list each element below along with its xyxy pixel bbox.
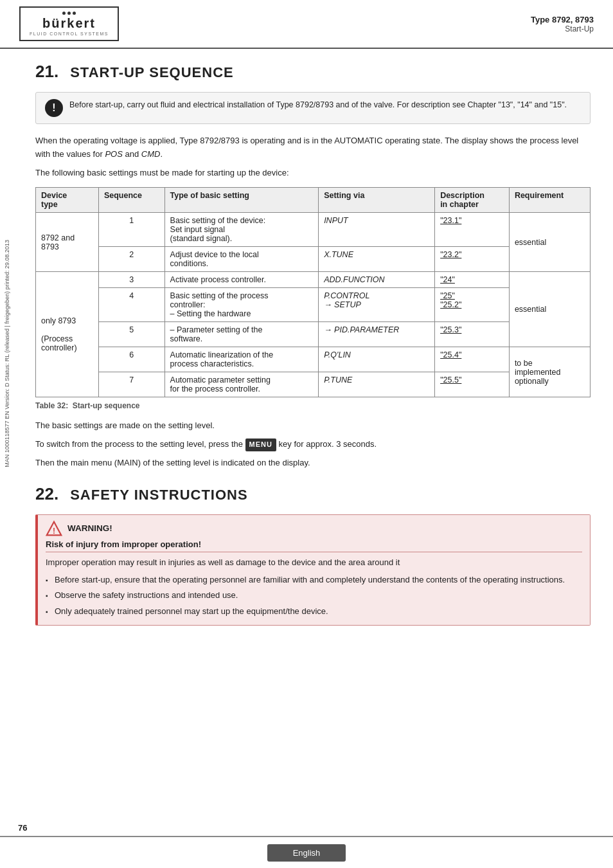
main-content: 21. START-UP SEQUENCE ! Before start-up,… [13, 49, 613, 644]
table-row: 4 Basic setting of the processcontroller… [36, 288, 591, 322]
cell-via-3: ADD.FUNCTION [319, 272, 435, 288]
cell-seq-4: 4 [98, 288, 164, 322]
table-row: 5 – Parameter setting of thesoftware. → … [36, 322, 591, 347]
cell-chapter-1: "23.1" [435, 213, 510, 247]
cell-type-7: Automatic parameter settingfor the proce… [164, 372, 319, 397]
warning-text: Before start-up, carry out fluid and ele… [69, 99, 567, 111]
section22-heading: 22. SAFETY INSTRUCTIONS [35, 484, 591, 504]
col-header-type: Type of basic setting [164, 188, 319, 213]
table-row: only 8793(Processcontroller) 3 Activate … [36, 272, 591, 288]
cell-chapter-6: "25.4" [435, 347, 510, 372]
menu-key: MENU [245, 439, 276, 451]
bullet-item: Observe the safety instructions and inte… [46, 589, 582, 602]
footer-bar: English [0, 836, 613, 868]
side-text: MAN 1000118577 EN Version: D Status: RL … [0, 129, 14, 579]
header-info: Type 8792, 8793 Start-Up [531, 15, 594, 33]
cell-chapter-3: "24" [435, 272, 510, 288]
warning-icon: ! [45, 99, 63, 117]
cell-req-6: to beimplementedoptionally [509, 347, 590, 397]
bullet-item: Only adequately trained personnel may st… [46, 605, 582, 619]
safety-bullets: Before start-up, ensure that the operati… [46, 574, 582, 619]
section21-para3: The basic settings are made on the setti… [35, 419, 591, 433]
cell-seq-6: 6 [98, 347, 164, 372]
safety-risk-label: Risk of injury from improper operation! [46, 539, 582, 552]
table-row: 7 Automatic parameter settingfor the pro… [36, 372, 591, 397]
cell-via-7: P.TUNE [319, 372, 435, 397]
cell-chapter-5: "25.3" [435, 322, 510, 347]
cell-via-6: P.Q'LIN [319, 347, 435, 372]
cell-type-6: Automatic linearization of theprocess ch… [164, 347, 319, 372]
cell-type-3: Activate process controller. [164, 272, 319, 288]
table-row: 6 Automatic linearization of theprocess … [36, 347, 591, 372]
cell-seq-1: 1 [98, 213, 164, 247]
section22-number: 22. [35, 484, 58, 504]
table-caption: Table 32: Start-up sequence [35, 401, 591, 410]
cell-chapter-2: "23.2" [435, 247, 510, 272]
cell-chapter-7: "25.5" [435, 372, 510, 397]
cell-via-4: P.CONTROL→ SETUP [319, 288, 435, 322]
startup-sequence-table: Devicetype Sequence Type of basic settin… [35, 187, 591, 397]
logo-sub: FLUID CONTROL SYSTEMS [30, 32, 109, 36]
bullet-item: Before start-up, ensure that the operati… [46, 574, 582, 587]
cell-type-2: Adjust device to the localconditions. [164, 247, 319, 272]
cell-via-1: INPUT [319, 213, 435, 247]
cell-type-5: – Parameter setting of thesoftware. [164, 322, 319, 347]
col-header-via: Setting via [319, 188, 435, 213]
section21-number: 21. [35, 62, 58, 82]
section21-title: START-UP SEQUENCE [70, 64, 234, 81]
cell-req-3: essential [509, 272, 590, 347]
page-header: bürkert FLUID CONTROL SYSTEMS Type 8792,… [0, 0, 613, 49]
section21-para2: The following basic settings must be mad… [35, 167, 591, 180]
cell-device-8793: only 8793(Processcontroller) [36, 272, 99, 397]
cell-device-8792: 8792 and8793 [36, 213, 99, 272]
cell-seq-5: 5 [98, 322, 164, 347]
cell-seq-3: 3 [98, 272, 164, 288]
safety-risk-text: Improper operation may result in injurie… [46, 556, 582, 570]
page-number: 76 [18, 823, 27, 833]
safety-warning-box: ! WARNING! Risk of injury from improper … [35, 514, 591, 626]
type-sub: Start-Up [531, 24, 594, 33]
svg-text:!: ! [53, 527, 55, 536]
warning-label: WARNING! [67, 523, 112, 533]
cell-via-5: → PID.PARAMETER [319, 322, 435, 347]
col-header-sequence: Sequence [98, 188, 164, 213]
caption-label: Table 32: [35, 401, 68, 410]
section21-para5: Then the main menu (MAIN) of the setting… [35, 457, 591, 470]
warning-triangle-icon: ! [46, 520, 62, 537]
cell-type-4: Basic setting of the processcontroller:–… [164, 288, 319, 322]
cell-chapter-4: "25""25.2" [435, 288, 510, 322]
cell-type-1: Basic setting of the device:Set input si… [164, 213, 319, 247]
warning-box: ! Before start-up, carry out fluid and e… [35, 92, 591, 124]
section21-heading: 21. START-UP SEQUENCE [35, 62, 591, 82]
cell-via-2: X.TUNE [319, 247, 435, 272]
section22-title: SAFETY INSTRUCTIONS [70, 487, 248, 503]
col-header-chapter: Descriptionin chapter [435, 188, 510, 213]
safety-warning-header: ! WARNING! [46, 520, 582, 537]
col-header-device: Devicetype [36, 188, 99, 213]
caption-text: Start-up sequence [73, 401, 140, 410]
col-header-req: Requirement [509, 188, 590, 213]
type-title: Type 8792, 8793 [531, 15, 594, 24]
company-logo: bürkert FLUID CONTROL SYSTEMS [19, 6, 119, 41]
table-row: 8792 and8793 1 Basic setting of the devi… [36, 213, 591, 247]
cell-seq-7: 7 [98, 372, 164, 397]
cell-seq-2: 2 [98, 247, 164, 272]
section21-para1: When the operating voltage is applied, T… [35, 134, 591, 161]
footer-language: English [267, 844, 346, 862]
logo-brand: bürkert [30, 16, 109, 31]
section21-para4: To switch from the process to the settin… [35, 438, 591, 451]
cell-req-1: essential [509, 213, 590, 272]
table-row: 2 Adjust device to the localconditions. … [36, 247, 591, 272]
